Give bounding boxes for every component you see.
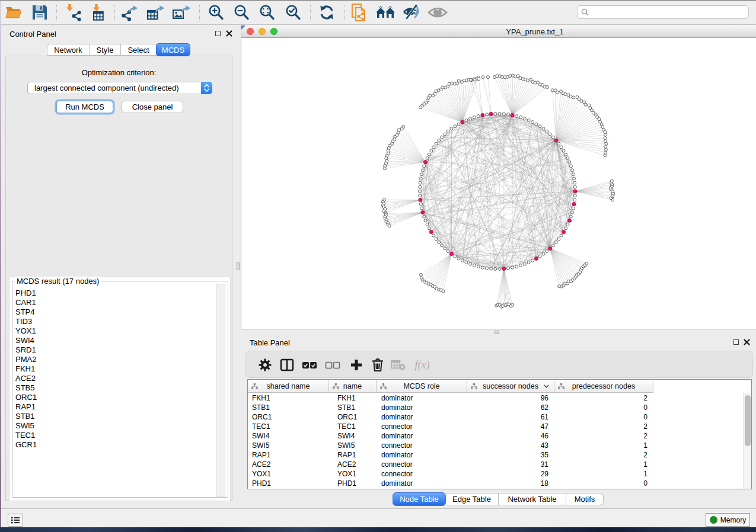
mcds-result-item[interactable]: SRD1 <box>14 345 218 355</box>
apply-preferred-layout-icon <box>318 4 336 21</box>
mcds-result-item[interactable]: ORC1 <box>14 393 218 402</box>
horizontal-splitter-grabber[interactable] <box>495 331 499 334</box>
mcds-result-item[interactable]: PMA2 <box>14 355 218 364</box>
control-panel-tab-select[interactable]: Select <box>121 44 157 56</box>
control-panel-tab-mcds[interactable]: MCDS <box>156 43 190 56</box>
node-table: shared namenameMCDS rolesuccessor nodesp… <box>247 379 752 489</box>
table-cell: ORC1 <box>337 412 377 422</box>
table-row[interactable]: ACE2ACE2connector311 <box>248 460 742 469</box>
mcds-result-item[interactable]: STB5 <box>14 383 218 393</box>
control-panel-tab-network[interactable]: Network <box>47 44 90 56</box>
mcds-result-item[interactable]: RAP1 <box>14 402 218 412</box>
mcds-result-item[interactable]: TEC1 <box>14 431 218 440</box>
mcds-list-scrollbar[interactable] <box>216 284 225 497</box>
apply-preferred-layout-button[interactable] <box>316 2 337 23</box>
add-column-button[interactable] <box>346 355 366 375</box>
control-panel-tab-style[interactable]: Style <box>90 44 121 56</box>
show-hide-columns-icon <box>280 358 294 371</box>
control-panel-float-icon[interactable] <box>215 31 221 36</box>
optimization-criterion-dropdown[interactable]: largest connected component (undirected) <box>27 82 212 94</box>
show-hide-columns-button[interactable] <box>277 355 297 375</box>
table-row[interactable]: STB1STB1dominator620 <box>248 403 742 412</box>
select-all-rows-button[interactable] <box>299 355 320 375</box>
vertical-splitter[interactable] <box>235 25 241 508</box>
column-header-name[interactable]: name <box>329 380 377 393</box>
table-tab-motifs[interactable]: Motifs <box>566 493 604 505</box>
table-scrollbar-thumb[interactable] <box>745 395 751 446</box>
show-nested-networks-button[interactable] <box>375 2 396 23</box>
column-header-successor-nodes[interactable]: successor nodes <box>467 380 554 393</box>
search-input[interactable] <box>591 8 745 17</box>
mcds-result-item[interactable]: GCR1 <box>14 440 218 450</box>
export-network-icon <box>120 3 140 22</box>
table-row[interactable]: ORC1ORC1dominator610 <box>248 412 742 422</box>
close-panel-button[interactable]: Close panel <box>122 101 183 113</box>
export-table-button[interactable] <box>145 2 166 23</box>
mcds-result-item[interactable]: YOX1 <box>14 326 218 336</box>
memory-button[interactable]: Memory <box>706 513 750 527</box>
mcds-result-item[interactable]: STP4 <box>14 307 218 317</box>
export-network-button[interactable] <box>119 2 141 23</box>
table-cell: 31 <box>467 460 548 469</box>
mcds-result-item[interactable]: SWI5 <box>14 421 218 431</box>
column-header-predecessor-nodes[interactable]: predecessor nodes <box>554 380 653 393</box>
deselect-all-rows-button[interactable] <box>323 355 343 375</box>
mcds-result-item[interactable]: STB1 <box>14 412 218 421</box>
mcds-result-item[interactable]: TID3 <box>14 317 218 326</box>
table-tab-node-table[interactable]: Node Table <box>393 492 446 506</box>
window-close-button[interactable] <box>247 28 254 35</box>
table-row[interactable]: RAP1RAP1dominator352 <box>248 450 742 460</box>
table-row[interactable]: FKH1FKH1dominator962 <box>248 393 742 403</box>
table-cell: dominator <box>381 412 467 422</box>
zoom-out-button[interactable] <box>231 2 252 23</box>
import-table-from-file-button[interactable] <box>88 2 109 23</box>
table-row[interactable]: YOX1YOX1connector291 <box>248 469 742 479</box>
table-panel-float-icon[interactable] <box>733 339 739 345</box>
run-mcds-button[interactable]: Run MCDS <box>56 101 113 113</box>
table-mode-gear-button[interactable] <box>255 355 275 375</box>
table-toolbar: f(x) <box>245 351 753 378</box>
zoom-fit-content-button[interactable] <box>256 2 277 23</box>
import-network-from-file-button[interactable] <box>63 2 84 23</box>
zoom-selected-region-button[interactable] <box>282 2 304 23</box>
status-bar: Memory <box>1 508 756 527</box>
search-box[interactable] <box>577 5 749 19</box>
show-panels-list-button[interactable] <box>8 514 23 527</box>
save-session-button[interactable] <box>29 2 50 23</box>
open-file-button[interactable] <box>3 2 24 23</box>
table-row[interactable]: SWI4SWI4dominator462 <box>248 431 742 441</box>
table-tab-network-table[interactable]: Network Table <box>499 493 566 505</box>
window-zoom-button[interactable] <box>270 28 277 35</box>
vertical-splitter-grabber[interactable] <box>237 262 240 270</box>
deselect-all-rows-icon <box>325 360 340 370</box>
network-window-titlebar[interactable]: YPA_prune.txt_1 <box>241 25 756 38</box>
table-row[interactable]: PHD1PHD1dominator180 <box>248 479 742 488</box>
hide-selected-button[interactable] <box>401 2 422 23</box>
mcds-result-item[interactable]: PHD1 <box>14 289 218 298</box>
table-cell: FKH1 <box>337 393 377 403</box>
table-scrollbar[interactable] <box>743 393 751 489</box>
mcds-result-list[interactable]: PHD1CAR1STP4TID3YOX1SWI4SRD1PMA2FKH1ACE2… <box>14 289 218 496</box>
table-tab-edge-table[interactable]: Edge Table <box>445 493 499 505</box>
table-cell: 62 <box>467 403 548 412</box>
table-row[interactable]: SWI5SWI5connector431 <box>248 441 742 450</box>
export-image-button[interactable] <box>171 2 192 23</box>
window-minimize-button[interactable] <box>259 28 266 35</box>
column-header-shared-name[interactable]: shared name <box>248 380 329 393</box>
function-builder-icon: f(x) <box>415 359 430 371</box>
table-panel-close-icon[interactable] <box>744 339 750 345</box>
mcds-result-item[interactable]: ACE2 <box>14 374 218 383</box>
clone-network-button[interactable] <box>349 2 370 23</box>
show-all-button[interactable] <box>427 2 448 23</box>
show-all-icon <box>428 4 448 21</box>
table-row[interactable]: TEC1TEC1connector472 <box>248 422 742 431</box>
zoom-in-button[interactable] <box>205 2 227 23</box>
delete-column-button[interactable] <box>368 355 388 375</box>
column-header-mcds-role[interactable]: MCDS role <box>377 380 467 393</box>
mcds-result-item[interactable]: SWI4 <box>14 336 218 345</box>
mcds-result-item[interactable]: CAR1 <box>14 298 218 307</box>
network-canvas[interactable] <box>241 38 756 329</box>
control-panel-close-icon[interactable] <box>226 30 232 37</box>
mcds-result-item[interactable]: FKH1 <box>14 364 218 374</box>
horizontal-splitter[interactable] <box>241 329 756 335</box>
